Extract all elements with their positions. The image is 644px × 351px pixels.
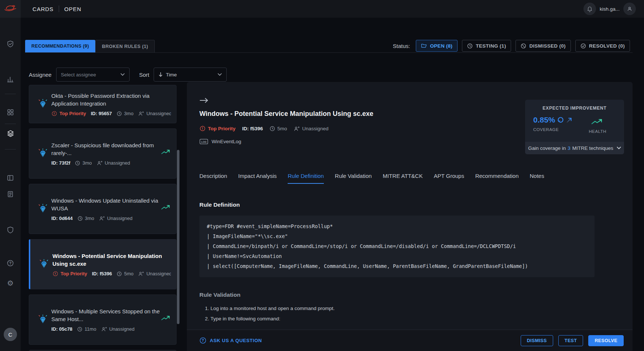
- list-item-service-manipulation-selected[interactable]: Windows - Potential Service Manipulation…: [29, 239, 177, 289]
- top-priority-badge: Top Priority: [199, 125, 236, 132]
- status-chip-testing[interactable]: TESTING (1): [462, 40, 511, 52]
- card-meta: Top Priority ID: f5396 5mo Unassigned: [52, 271, 171, 277]
- sidebar-item-settings[interactable]: ⚙: [0, 277, 21, 289]
- card-id: ID: 95657: [91, 111, 112, 116]
- breadcrumb-open[interactable]: OPEN: [64, 6, 81, 12]
- breadcrumb-cards[interactable]: CARDS: [32, 6, 54, 12]
- list-item-multiple-services-stopped[interactable]: Windows - Multiple Services Stopped on t…: [29, 295, 177, 345]
- resolved-check-icon: [580, 43, 586, 49]
- card-id: ID: 0d644: [51, 216, 73, 221]
- trend-up-icon: [161, 204, 172, 211]
- tab-rule-validation[interactable]: Rule Validation: [335, 173, 372, 184]
- list-scrollbar[interactable]: [177, 150, 179, 324]
- top-priority-badge: Top Priority: [51, 111, 86, 117]
- trend-up-icon: [161, 149, 172, 155]
- card-title: Windows - Windows Update Uninstalled via…: [51, 197, 171, 212]
- card-age: 3mo: [117, 111, 133, 116]
- view-tabs: RECOMMENDATIONS (9) BROKEN RULES (1): [25, 40, 155, 52]
- tab-mitre-attack[interactable]: MITRE ATT&CK: [383, 173, 423, 184]
- cardinal-logo-icon: [3, 4, 17, 14]
- dismiss-button[interactable]: DISMISS: [521, 335, 553, 346]
- test-button[interactable]: TEST: [558, 335, 583, 346]
- sidebar-item-security-posture[interactable]: [0, 38, 21, 50]
- app-logo[interactable]: [0, 0, 21, 18]
- list-item-zscaler-suspicious-file[interactable]: Zscaler - Suspicious file downloaded fro…: [29, 128, 177, 179]
- assignee-select[interactable]: Select assignee: [56, 68, 130, 82]
- card-age: 3mo: [78, 216, 94, 221]
- coverage-value: 0.85%: [533, 116, 555, 124]
- sidebar-item-shield[interactable]: [0, 224, 21, 236]
- sidebar-item-panels[interactable]: [0, 172, 21, 184]
- coverage-label: COVERAGE: [533, 127, 573, 132]
- user-avatar[interactable]: C: [4, 328, 17, 341]
- rule-definition-heading: Rule Definition: [199, 202, 240, 208]
- list-item-okta-password-extraction[interactable]: Okta - Possible Password Extraction via …: [29, 85, 177, 123]
- detail-panel: Windows - Potential Service Manipulation…: [187, 82, 633, 351]
- coverage-block: 0.85% COVERAGE: [533, 116, 573, 134]
- tab-notes[interactable]: Notes: [530, 173, 544, 184]
- expand-arrow-icon[interactable]: [199, 97, 209, 103]
- gem-icon: [34, 148, 51, 159]
- tab-apt-groups[interactable]: APT Groups: [434, 173, 464, 184]
- filters-row: Assignee Select assignee Sort Time: [29, 68, 227, 82]
- sidebar-item-boards[interactable]: [0, 106, 21, 118]
- sidebar-item-detections-active[interactable]: [0, 127, 21, 140]
- tab-broken-rules[interactable]: BROKEN RULES (1): [95, 40, 155, 52]
- sidebar-item-rules[interactable]: [0, 188, 21, 200]
- svg-text:LOG: LOG: [201, 141, 206, 143]
- status-chip-dismissed[interactable]: DISMISSED (0): [515, 40, 571, 52]
- log-source-icon: LOG: [199, 138, 208, 145]
- chevron-down-icon: [217, 73, 222, 76]
- card-id: ID: 73f2f: [51, 160, 70, 166]
- health-label: HEALTH: [589, 129, 607, 134]
- tab-impact-analysis[interactable]: Impact Analysis: [238, 173, 277, 184]
- detail-source: LOG WinEventLog: [199, 138, 241, 145]
- tab-recommendations[interactable]: RECOMMENDATIONS (9): [25, 40, 95, 52]
- sidebar-item-analytics[interactable]: [0, 73, 21, 86]
- detail-meta: Top Priority ID: f5396 5mo Unassigned: [199, 125, 329, 132]
- document-check-icon: [7, 190, 14, 198]
- status-chip-open[interactable]: OPEN (8): [416, 40, 458, 52]
- gem-icon: [35, 259, 52, 270]
- detail-tabs: Description Impact Analysis Rule Definit…: [199, 173, 544, 184]
- sort-select[interactable]: Time: [154, 68, 227, 82]
- improvement-title: EXPECTED IMPROVEMENT: [525, 106, 624, 111]
- avatar-initial: C: [8, 331, 13, 338]
- coverage-up-arrow-icon: [566, 117, 573, 124]
- sort-descending-icon: [158, 72, 163, 77]
- card-assignee: Unassigned: [138, 271, 171, 276]
- gear-icon: ⚙: [7, 279, 14, 287]
- ask-question-button[interactable]: ? ASK US A QUESTION: [199, 337, 262, 344]
- layout-panel-icon: [7, 174, 14, 182]
- mitre-count: 3: [568, 145, 571, 151]
- card-id: ID: 05c78: [51, 326, 72, 332]
- layers-icon: [7, 130, 14, 137]
- card-title: Okta - Possible Password Extraction via …: [51, 92, 171, 107]
- notifications-button[interactable]: [583, 3, 596, 15]
- user-menu-button[interactable]: [623, 3, 636, 15]
- card-id: ID: f5396: [92, 271, 112, 276]
- status-filter: Status: OPEN (8) TESTING (1) DISMISSED (…: [393, 40, 630, 52]
- tab-recommendation[interactable]: Recommendation: [475, 173, 519, 184]
- tabs-divider: [25, 52, 633, 53]
- tab-description[interactable]: Description: [199, 173, 227, 184]
- list-item-windows-update-wusa[interactable]: Windows - Windows Update Uninstalled via…: [29, 184, 177, 234]
- assignee-label: Assignee: [29, 72, 52, 78]
- sidebar-item-help[interactable]: ?: [0, 257, 21, 269]
- gem-icon: [34, 314, 51, 325]
- card-title: Zscaler - Suspicious file downloaded fro…: [51, 141, 171, 157]
- top-priority-badge: Top Priority: [52, 271, 87, 277]
- sidebar-divider: [5, 124, 16, 124]
- sidebar-divider: [5, 94, 16, 94]
- status-chip-resolved[interactable]: RESOLVED (0): [575, 40, 630, 52]
- resolve-button[interactable]: RESOLVE: [588, 335, 624, 346]
- dismissed-slash-icon: [521, 43, 526, 49]
- left-sidebar: ? ⚙ C: [0, 18, 21, 351]
- trend-up-icon: [161, 315, 172, 321]
- breadcrumb-separator: [59, 6, 59, 12]
- mitre-coverage-dropdown[interactable]: Gain coverage in 3 MITRE techniques: [525, 142, 624, 154]
- bar-chart-icon: [7, 76, 14, 83]
- chevron-down-icon: [617, 147, 621, 149]
- detail-assignee[interactable]: Unassigned: [294, 126, 328, 131]
- tab-rule-definition[interactable]: Rule Definition: [288, 173, 324, 184]
